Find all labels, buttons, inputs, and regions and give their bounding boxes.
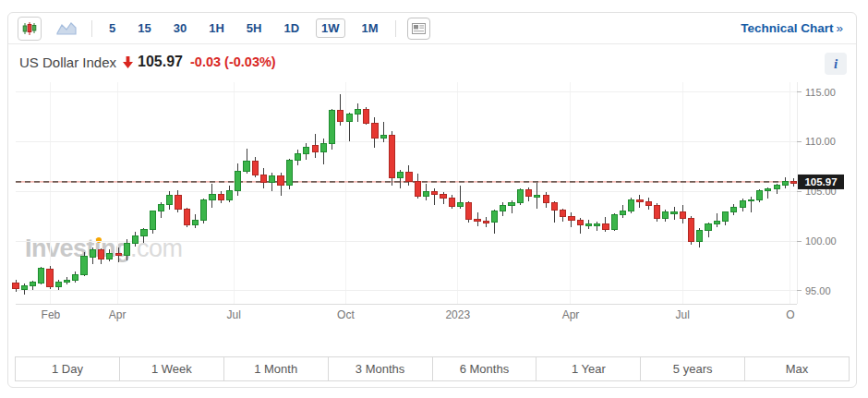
news-panel-button[interactable]	[407, 18, 430, 40]
y-tick-label: 100.00	[805, 235, 837, 247]
candle	[714, 213, 719, 227]
price-down-arrow-icon	[123, 56, 133, 68]
gridlines	[16, 82, 797, 304]
timeframe-30[interactable]: 30	[168, 18, 192, 38]
candle	[500, 202, 506, 216]
candle	[688, 216, 693, 245]
candle	[167, 191, 173, 209]
candle	[39, 267, 44, 284]
x-axis-labels: FebAprJulOct2023AprJulO	[42, 308, 795, 321]
candle	[561, 209, 566, 222]
range-button-1-week[interactable]: 1 Week	[120, 357, 224, 380]
candle	[278, 173, 283, 196]
y-axis-labels: 115.00110.00105.00100.0095.00	[797, 87, 837, 296]
price-badge: 105.97	[798, 175, 844, 189]
timeframe-5h[interactable]: 5H	[241, 18, 268, 38]
candle	[654, 203, 659, 221]
candle	[270, 173, 275, 191]
chart-toolbar: 515301H5H1D1W1M Technical Chart»	[8, 13, 856, 44]
candle	[782, 177, 788, 188]
candle	[210, 184, 215, 208]
candle	[731, 204, 737, 215]
timeframe-5[interactable]: 5	[103, 18, 121, 38]
candle	[740, 199, 745, 211]
timeframe-row: 515301H5H1D1W1M	[103, 18, 384, 38]
x-tick-label: Apr	[109, 308, 127, 321]
info-button[interactable]: i	[825, 53, 847, 75]
candle	[569, 212, 574, 227]
candle	[722, 211, 728, 225]
timeframe-1d[interactable]: 1D	[278, 18, 305, 38]
candle	[449, 195, 454, 209]
candlestick-chart-icon	[22, 21, 37, 36]
x-tick-label: Feb	[42, 308, 61, 321]
x-tick-label: Apr	[562, 308, 580, 321]
candle	[645, 198, 651, 210]
candle	[774, 184, 779, 194]
candle	[73, 271, 78, 283]
candle	[201, 199, 207, 223]
candle	[457, 186, 463, 209]
x-tick-label: Jul	[226, 308, 240, 321]
candle	[47, 266, 53, 289]
candle	[637, 195, 643, 208]
candle	[440, 192, 446, 204]
candle	[99, 248, 104, 264]
candle	[260, 168, 266, 189]
candle	[312, 134, 318, 158]
technical-chart-link[interactable]: Technical Chart»	[741, 21, 843, 35]
toolbar-divider	[395, 20, 396, 37]
candle	[150, 211, 155, 234]
candle	[286, 159, 292, 189]
candle	[517, 188, 523, 205]
candle	[423, 184, 428, 200]
timeframe-1m[interactable]: 1M	[356, 18, 384, 38]
candle	[475, 212, 480, 226]
range-button-5-years[interactable]: 5 years	[641, 357, 745, 380]
candle	[389, 131, 394, 186]
candle	[766, 187, 771, 199]
candle	[364, 107, 369, 125]
candle	[252, 157, 258, 178]
timeframe-15[interactable]: 15	[132, 18, 156, 38]
y-tick-label: 115.00	[805, 87, 836, 98]
range-button-1-day[interactable]: 1 Day	[16, 357, 120, 380]
candle	[13, 280, 18, 292]
candle	[372, 117, 378, 148]
candle	[526, 187, 532, 201]
timeframe-1w[interactable]: 1W	[316, 18, 345, 38]
candle	[184, 208, 189, 228]
candle	[671, 207, 677, 220]
price-badge-label: 105.97	[804, 176, 837, 187]
candle	[330, 109, 335, 150]
candle	[158, 202, 163, 218]
candle	[483, 217, 488, 227]
y-tick-label: 110.00	[805, 136, 836, 147]
candle	[491, 210, 497, 234]
line-chart-icon	[56, 21, 77, 35]
candle	[244, 149, 249, 174]
candle	[21, 283, 27, 295]
range-button-3-months[interactable]: 3 Months	[329, 357, 433, 380]
instrument-header: US Dollar Index 105.97 -0.03 (-0.03%) i	[8, 44, 856, 79]
technical-chart-label: Technical Chart	[741, 21, 833, 35]
candlestick-type-button[interactable]	[18, 17, 42, 41]
candle	[64, 277, 69, 285]
timeframe-1h[interactable]: 1H	[203, 18, 230, 38]
candle	[466, 201, 472, 223]
candles	[13, 94, 797, 295]
candle	[748, 197, 753, 212]
chart-card: 515301H5H1D1W1M Technical Chart» US Doll…	[7, 12, 857, 388]
range-button-1-year[interactable]: 1 Year	[536, 357, 641, 380]
candle	[595, 222, 600, 232]
line-type-button[interactable]	[53, 17, 80, 41]
candle	[603, 217, 609, 232]
price-chart-svg[interactable]: 115.00110.00105.00100.0095.00FebAprJulOc…	[8, 79, 856, 329]
candle	[124, 239, 129, 260]
x-tick-label: Jul	[676, 308, 690, 321]
range-button-max[interactable]: Max	[745, 357, 849, 380]
candle	[577, 218, 583, 233]
range-button-6-months[interactable]: 6 Months	[433, 357, 537, 380]
candle	[320, 139, 326, 164]
range-button-1-month[interactable]: 1 Month	[224, 357, 329, 380]
